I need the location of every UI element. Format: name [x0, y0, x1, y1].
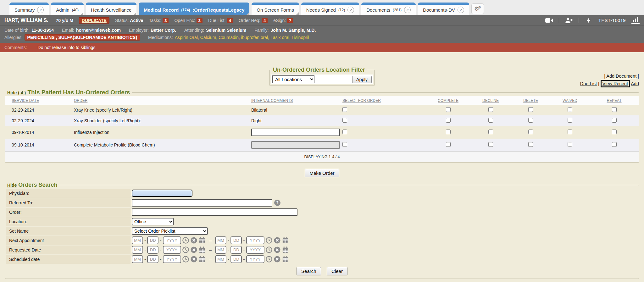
clock-icon[interactable] [265, 256, 273, 263]
tab-on-screen-forms[interactable]: On Screen Forms [252, 3, 299, 15]
month-input[interactable] [132, 246, 143, 254]
add-document-link[interactable]: Add Document [606, 74, 636, 79]
calendar-icon[interactable] [282, 256, 289, 263]
location-select[interactable]: Office [132, 218, 174, 225]
clock-icon[interactable] [265, 246, 273, 253]
col-internal-comments[interactable]: INTERNAL COMMENTS [250, 96, 341, 105]
repeat-checkbox[interactable] [612, 118, 617, 123]
search-button[interactable]: Search [297, 267, 321, 275]
tasks-badge[interactable]: 3 [163, 18, 169, 23]
select-for-order-checkbox[interactable] [342, 118, 347, 123]
duplicate-flag[interactable]: DUPLICATE [79, 17, 109, 24]
col-order[interactable]: ORDER [73, 96, 250, 105]
referred-to-input[interactable] [132, 199, 272, 207]
internal-comment-input[interactable] [251, 141, 340, 149]
tab-documents-dv[interactable]: Documents-DV ↗ [418, 3, 469, 15]
repeat-checkbox[interactable] [612, 142, 617, 147]
hide-search-link[interactable]: Hide [7, 183, 17, 188]
decline-checkbox[interactable] [488, 118, 493, 123]
month-input[interactable] [215, 246, 226, 254]
col-select-for-order[interactable]: SELECT FOR ORDER [341, 96, 426, 105]
referred-to-help-icon[interactable]: ? [274, 200, 280, 206]
waived-checkbox[interactable] [568, 130, 572, 134]
year-input[interactable] [246, 236, 264, 244]
open-in-new-icon[interactable]: ↗ [404, 7, 411, 13]
tab-documents[interactable]: Documents (281) ↗ [361, 3, 416, 15]
complete-checkbox[interactable] [446, 107, 451, 112]
view-recent-link[interactable]: View Recent [602, 81, 628, 86]
delete-checkbox[interactable] [528, 107, 533, 112]
add-link[interactable]: Add [631, 81, 639, 86]
col-waived[interactable]: WAIVED [550, 96, 590, 105]
year-input[interactable] [246, 246, 264, 254]
physician-input[interactable] [132, 190, 192, 197]
year-input[interactable] [163, 236, 181, 244]
waived-checkbox[interactable] [568, 142, 572, 147]
complete-checkbox[interactable] [446, 142, 451, 147]
month-input[interactable] [215, 255, 226, 263]
apply-button[interactable]: Apply [352, 76, 372, 83]
calendar-icon[interactable] [198, 237, 206, 244]
decline-checkbox[interactable] [488, 130, 493, 134]
month-input[interactable] [215, 236, 226, 244]
lightning-bolt-icon[interactable] [585, 17, 593, 24]
calendar-icon[interactable] [282, 246, 289, 253]
delete-checkbox[interactable] [528, 142, 533, 147]
calendar-icon[interactable] [282, 237, 289, 244]
complete-checkbox[interactable] [446, 118, 451, 123]
open-enc-badge[interactable]: 3 [197, 18, 203, 23]
repeat-checkbox[interactable] [612, 107, 617, 112]
clear-date-icon[interactable] [274, 237, 281, 244]
open-in-new-icon[interactable]: ↗ [347, 7, 354, 13]
order-req-badge[interactable]: 4 [262, 18, 268, 23]
delete-checkbox[interactable] [528, 118, 533, 123]
hide-orders-link[interactable]: Hide ( 4 ) [7, 90, 26, 95]
year-input[interactable] [163, 255, 181, 263]
open-in-new-icon[interactable]: ↗ [37, 7, 44, 13]
day-input[interactable] [147, 236, 158, 244]
esign-badge[interactable]: 7 [287, 18, 293, 23]
select-for-order-checkbox[interactable] [342, 107, 347, 112]
repeat-checkbox[interactable] [612, 130, 617, 134]
clock-icon[interactable] [182, 256, 189, 263]
calendar-icon[interactable] [198, 256, 206, 263]
clock-icon[interactable] [182, 246, 189, 253]
clear-date-icon[interactable] [190, 237, 197, 244]
select-for-order-checkbox[interactable] [342, 142, 347, 147]
tab-needs-signed[interactable]: Needs Signed (12) ↗ [301, 3, 359, 15]
calendar-icon[interactable] [198, 246, 206, 253]
complete-checkbox[interactable] [446, 130, 451, 134]
clear-button[interactable]: Clear [327, 267, 347, 275]
tab-health-surveillance[interactable]: Health Surveillance [86, 3, 136, 15]
location-filter-select[interactable]: All Locations [272, 75, 314, 83]
select-for-order-checkbox[interactable] [342, 130, 347, 134]
waived-checkbox[interactable] [568, 118, 572, 123]
open-in-new-icon[interactable]: ↗ [458, 7, 464, 13]
day-input[interactable] [230, 255, 242, 263]
clock-icon[interactable] [182, 237, 189, 244]
due-list-link[interactable]: Due List [580, 81, 597, 86]
year-input[interactable] [163, 246, 181, 254]
col-complete[interactable]: COMPLETE [426, 96, 470, 105]
video-camera-icon[interactable] [545, 17, 553, 24]
settings-gears-icon[interactable]: ⚙⚙ [471, 3, 484, 14]
clear-date-icon[interactable] [190, 256, 197, 263]
day-input[interactable] [147, 255, 158, 263]
delete-checkbox[interactable] [528, 130, 533, 134]
make-order-button[interactable]: Make Order [305, 169, 339, 177]
col-repeat[interactable]: REPEAT [590, 96, 639, 105]
clear-date-icon[interactable] [274, 256, 281, 263]
bar-chart-icon[interactable] [631, 17, 640, 24]
tab-summary[interactable]: Summary ↗ [9, 3, 49, 15]
add-person-icon[interactable] [565, 17, 573, 24]
col-delete[interactable]: DELETE [511, 96, 550, 105]
medications-value[interactable]: Aspirin Oral, Calcium, Coumadin, ibuprof… [175, 35, 309, 40]
day-input[interactable] [230, 246, 242, 254]
col-service-date[interactable]: SERVICE DATE [5, 96, 73, 105]
waived-checkbox[interactable] [568, 107, 572, 112]
decline-checkbox[interactable] [488, 107, 493, 112]
set-name-select[interactable]: Select Order Picklist [132, 227, 208, 235]
tab-medical-record[interactable]: Medical Record (174) :OrderRequestsLegac… [139, 3, 249, 15]
month-input[interactable] [132, 255, 143, 263]
order-input[interactable] [132, 208, 297, 216]
